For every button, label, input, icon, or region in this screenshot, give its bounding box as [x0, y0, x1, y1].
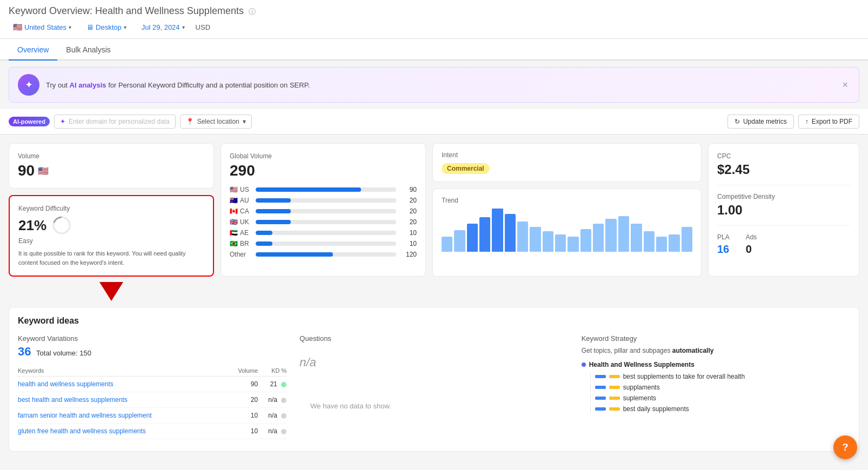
bar-blue-3 [595, 397, 606, 400]
tab-overview[interactable]: Overview [9, 39, 57, 61]
banner-close-button[interactable]: × [840, 79, 850, 91]
keyword-ideas-title: Keyword ideas [18, 316, 850, 326]
location-pin-icon: 📍 [186, 118, 194, 125]
kw-link-2[interactable]: best health and wellness supplements [18, 396, 128, 404]
strategy-text-2: supplaments [623, 384, 660, 391]
kd-card: Keyword Difficulty 21% Easy It is quite … [9, 195, 214, 277]
kd-percent: 21% [18, 217, 46, 234]
volume-value: 90 🇺🇸 [18, 162, 205, 179]
desktop-icon: 🖥 [86, 23, 94, 31]
variations-count: 36 [18, 345, 31, 358]
keywords-table: Keywords Volume KD % health and wellness… [18, 365, 286, 439]
strategy-root: Health and Wellness Supplements [582, 361, 850, 368]
domain-input[interactable]: ✦ Enter domain for personalized data [54, 115, 176, 129]
top-bar: Keyword Overview: Health and Wellness Su… [0, 0, 868, 39]
domain-placeholder: Enter domain for personalized data [69, 118, 170, 125]
kd-dot-gray [281, 398, 286, 403]
intent-label: Intent [442, 151, 692, 159]
cpc-label: CPC [717, 152, 850, 160]
trend-label: Trend [442, 197, 692, 204]
update-metrics-button[interactable]: ↻ Update metrics [727, 115, 794, 129]
global-volume-card: Global Volume 290 🇺🇸US 90 🇦🇺AU 20 🇨🇦CA 2… [221, 143, 426, 277]
col-kd: KD % [258, 365, 286, 377]
device-label: Desktop [96, 23, 122, 31]
global-volume-value: 290 [230, 162, 417, 179]
plus-icon: ✦ [60, 118, 65, 125]
tabs-row: Overview Bulk Analysis [0, 39, 868, 61]
location-select-label: Select location [197, 118, 239, 125]
bar-yellow-1 [609, 375, 620, 378]
kd-label: Keyword Difficulty [18, 205, 204, 212]
us-flag-volume: 🇺🇸 [38, 166, 49, 176]
toolbar: AI-powered ✦ Enter domain for personaliz… [0, 109, 868, 135]
strategy-item-2: supplaments [590, 384, 850, 391]
variations-sub: Total volume: 150 [36, 349, 91, 357]
kw-link-4[interactable]: gluten free health and wellness suppleme… [18, 427, 146, 435]
kd-dot-gray-3 [281, 429, 286, 434]
table-row: gluten free health and wellness suppleme… [18, 424, 286, 439]
kd-dot-gray-2 [281, 413, 286, 419]
bar-yellow-4 [609, 407, 620, 411]
cpc-card: CPC $2.45 Competitive Density 1.00 PLA 1… [708, 143, 859, 277]
strategy-item-1: best supplements to take for overall hea… [590, 373, 850, 380]
no-data-message: We have no data to show. [299, 370, 402, 442]
strategy-text-1: best supplements to take for overall hea… [623, 373, 745, 380]
kd-dot-green [281, 382, 286, 387]
chevron-down-icon: ▾ [124, 24, 126, 30]
us-flag: 🇺🇸 [13, 23, 22, 31]
title-prefix: Keyword Overview: [9, 5, 92, 16]
variations-label: Keyword Variations [18, 334, 286, 343]
export-pdf-label: Export to PDF [812, 118, 852, 125]
questions-label: Questions [299, 334, 331, 343]
location-filter[interactable]: 🇺🇸 United States ▾ [9, 21, 76, 33]
tab-bulk-analysis[interactable]: Bulk Analysis [57, 39, 119, 61]
currency-label: USD [196, 23, 210, 31]
questions-col: Questions n/a We have no data to show. [299, 334, 568, 442]
help-button[interactable]: ? [833, 435, 857, 459]
col-volume: Volume [227, 365, 258, 377]
gv-row-other: Other 120 [230, 251, 417, 258]
strategy-tree: Health and Wellness Supplements best sup… [582, 361, 850, 413]
root-dot [582, 362, 586, 367]
kw-link-3[interactable]: farnam senior health and wellness supple… [18, 412, 151, 419]
table-row: health and wellness supplements 90 21 [18, 377, 286, 392]
gv-row-uk: 🇬🇧UK 20 [230, 218, 417, 226]
global-volume-label: Global Volume [230, 152, 417, 160]
info-icon[interactable]: ⓘ [249, 8, 256, 16]
device-filter[interactable]: 🖥 Desktop ▾ [82, 22, 131, 33]
refresh-icon: ↻ [735, 118, 740, 125]
arrow-indicator [99, 282, 123, 301]
date-filter[interactable]: Jul 29, 2024 ▾ [137, 22, 189, 33]
kw-link-1[interactable]: health and wellness supplements [18, 380, 113, 388]
keyword-strategy-col: Keyword Strategy Get topics, pillar and … [582, 334, 850, 442]
bar-blue-2 [595, 386, 606, 389]
kd-difficulty-label: Easy [18, 237, 204, 245]
gv-row-us: 🇺🇸US 90 [230, 186, 417, 193]
page-title: Keyword Overview: Health and Wellness Su… [9, 5, 859, 17]
strategy-item-3: suplements [590, 394, 850, 402]
strategy-label: Keyword Strategy [582, 334, 850, 343]
export-icon: ↑ [805, 118, 809, 125]
bar-blue-1 [595, 375, 606, 378]
export-pdf-button[interactable]: ↑ Export to PDF [798, 115, 859, 129]
strategy-text-3: suplements [623, 394, 656, 402]
bar-yellow-3 [609, 397, 620, 400]
col-keywords: Keywords [18, 365, 227, 377]
banner-text-suffix: for Personal Keyword Difficulty and a po… [106, 81, 310, 89]
trend-card: Trend [432, 189, 702, 277]
pla-value: 16 [717, 243, 730, 256]
title-keyword: Health and Wellness Supplements [95, 5, 244, 16]
competitive-density-value: 1.00 [717, 203, 850, 218]
kd-description: It is quite possible to rank for this ke… [18, 249, 204, 267]
trend-chart [442, 209, 692, 252]
chevron-down-icon: ▾ [69, 24, 71, 30]
update-metrics-label: Update metrics [743, 118, 787, 125]
table-row: best health and wellness supplements 20 … [18, 392, 286, 408]
strategy-item-4: best daily supplements [590, 405, 850, 413]
location-select[interactable]: 📍 Select location ▾ [180, 115, 252, 129]
competitive-density-label: Competitive Density [717, 193, 850, 200]
questions-value: n/a [299, 355, 316, 370]
chevron-down-icon: ▾ [182, 24, 185, 30]
ai-analysis-link[interactable]: AI analysis [70, 81, 106, 89]
bar-blue-4 [595, 407, 606, 411]
